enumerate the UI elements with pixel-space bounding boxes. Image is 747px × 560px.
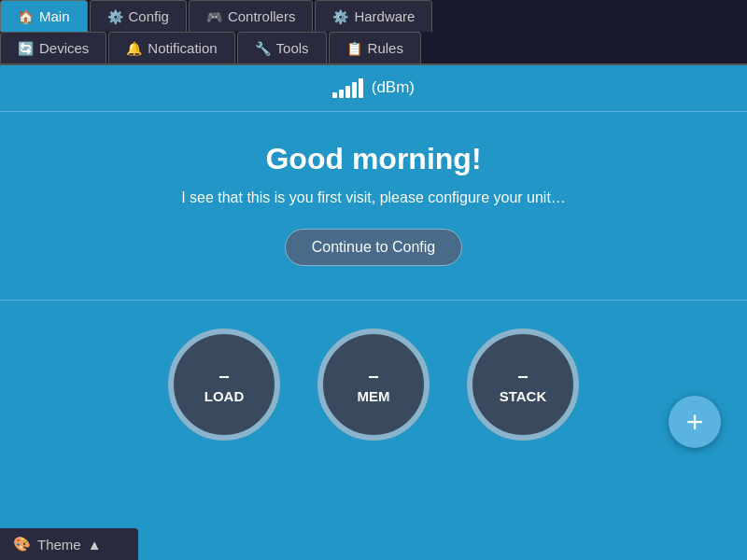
gauge-stack-label: STACK (500, 388, 547, 404)
welcome-title: Good morning! (28, 142, 719, 176)
fab-button[interactable]: + (669, 396, 721, 448)
tab-hardware-label: Hardware (354, 8, 415, 24)
gauge-mem-value: – (368, 365, 378, 386)
tab-bar: 🏠 Main ⚙️ Config 🎮 Controllers ⚙️ Hardwa… (0, 0, 747, 65)
devices-icon: 🔄 (18, 41, 34, 56)
signal-icon (332, 78, 363, 98)
welcome-section: Good morning! I see that this is you fir… (0, 112, 747, 301)
tab-config[interactable]: ⚙️ Config (90, 0, 187, 32)
tab-devices[interactable]: 🔄 Devices (0, 32, 106, 63)
tab-notification[interactable]: 🔔 Notification (108, 32, 234, 63)
rules-icon: 📋 (346, 41, 362, 56)
gauge-mem-label: MEM (358, 388, 390, 404)
tab-main-label: Main (39, 8, 70, 24)
tab-rules-label: Rules (368, 40, 403, 56)
home-icon: 🏠 (18, 9, 34, 24)
tab-notification-label: Notification (148, 40, 217, 56)
tab-devices-label: Devices (39, 40, 89, 56)
gauge-stack-value: – (517, 365, 528, 386)
gauge-stack: – STACK (467, 329, 579, 441)
welcome-message: I see that this is you first visit, plea… (28, 189, 719, 206)
config-icon: ⚙️ (107, 9, 123, 24)
theme-label: Theme (37, 537, 81, 553)
tab-controllers-label: Controllers (228, 8, 296, 24)
tab-controllers[interactable]: 🎮 Controllers (189, 0, 314, 32)
gauge-load-value: – (218, 365, 229, 386)
tab-tools-label: Tools (276, 40, 309, 56)
tools-icon: 🔧 (255, 41, 271, 56)
tab-hardware[interactable]: ⚙️ Hardware (315, 0, 432, 32)
theme-arrow-icon: ▲ (88, 537, 102, 553)
theme-bar[interactable]: 🎨 Theme ▲ (0, 528, 138, 560)
hardware-icon: ⚙️ (332, 9, 348, 24)
tab-row-1: 🏠 Main ⚙️ Config 🎮 Controllers ⚙️ Hardwa… (0, 0, 747, 32)
signal-label: (dBm) (372, 78, 415, 96)
gauge-load: – LOAD (168, 329, 280, 441)
controllers-icon: 🎮 (206, 9, 222, 24)
tab-main[interactable]: 🏠 Main (0, 0, 88, 32)
tab-rules[interactable]: 📋 Rules (329, 32, 421, 63)
signal-bar: (dBm) (0, 65, 747, 112)
gauges-section: – LOAD – MEM – STACK + (0, 301, 747, 459)
gauge-mem: – MEM (317, 329, 430, 441)
continue-button[interactable]: Continue to Config (285, 229, 463, 266)
tab-config-label: Config (129, 8, 169, 24)
notification-icon: 🔔 (126, 41, 142, 56)
gauge-load-label: LOAD (204, 388, 245, 404)
theme-palette-icon: 🎨 (13, 536, 31, 553)
tab-row-2: 🔄 Devices 🔔 Notification 🔧 Tools 📋 Rules (0, 32, 747, 63)
tab-tools[interactable]: 🔧 Tools (237, 32, 327, 63)
